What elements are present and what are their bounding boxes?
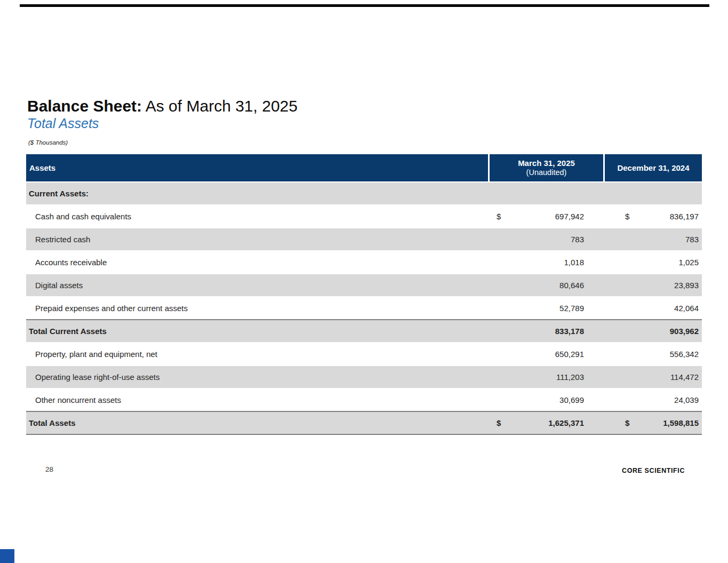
row-label: Property, plant and equipment, net <box>26 343 488 365</box>
value-march-2025: 783 <box>488 228 603 250</box>
table-row: Digital assets80,64623,893 <box>26 273 702 296</box>
value-march-2025: 30,699 <box>488 389 603 411</box>
amount: 52,789 <box>559 304 584 313</box>
amount: 1,625,371 <box>548 418 584 427</box>
value-december-2024: 556,342 <box>603 343 702 365</box>
amount: 23,893 <box>674 281 699 290</box>
page-title: Balance Sheet: As of March 31, 2025 <box>27 97 298 116</box>
dollar-sign: $ <box>625 418 629 427</box>
value-march-2025: $697,942 <box>488 205 603 227</box>
value-december-2024: $836,197 <box>603 205 702 227</box>
column-header-march-2025: March 31, 2025 (Unaudited) <box>488 154 603 181</box>
value-march-2025: 833,178 <box>488 320 603 342</box>
value-march-2025 <box>488 183 603 204</box>
amount: 903,962 <box>670 327 699 336</box>
table-row: Prepaid expenses and other current asset… <box>26 296 702 319</box>
column-header-december-2024: December 31, 2024 <box>603 154 702 181</box>
column-header-assets: Assets <box>26 154 488 181</box>
dollar-sign: $ <box>497 418 501 427</box>
amount: 697,942 <box>555 212 584 221</box>
row-label: Total Assets <box>26 412 488 434</box>
table-row: Operating lease right-of-use assets111,2… <box>26 365 702 388</box>
row-label: Other noncurrent assets <box>26 389 488 411</box>
title-prefix: Balance Sheet: <box>27 97 142 115</box>
table-header-row: Assets March 31, 2025 (Unaudited) Decemb… <box>26 154 702 181</box>
value-december-2024: 903,962 <box>603 320 702 342</box>
column-header-unaudited-note: (Unaudited) <box>490 168 603 177</box>
amount: 24,039 <box>674 395 699 405</box>
amount: 783 <box>685 235 699 244</box>
amount: 783 <box>571 235 584 244</box>
table-row: Restricted cash783783 <box>26 227 702 250</box>
row-label: Accounts receivable <box>26 251 488 273</box>
value-december-2024: 1,025 <box>603 251 702 273</box>
row-label: Restricted cash <box>26 228 488 250</box>
amount: 114,472 <box>670 372 699 382</box>
core-scientific-logo: CORE SCIENTIFIC <box>622 467 678 474</box>
value-december-2024: 24,039 <box>603 389 702 411</box>
table-row: Cash and cash equivalents$697,942$836,19… <box>26 204 702 227</box>
table-row: Total Assets$1,625,371$1,598,815 <box>26 411 702 434</box>
value-march-2025: 111,203 <box>488 366 603 388</box>
amount: 30,699 <box>559 395 584 405</box>
amount: 1,598,815 <box>663 418 699 427</box>
corner-accent-square <box>0 549 14 563</box>
amount: 1,018 <box>564 258 584 267</box>
amount: 1,025 <box>678 258 699 267</box>
table-row: Current Assets: <box>26 181 702 204</box>
amount: 556,342 <box>670 350 699 359</box>
table-row: Accounts receivable1,0181,025 <box>26 250 702 273</box>
value-march-2025: $1,625,371 <box>488 412 603 434</box>
column-header-march-2025-date: March 31, 2025 <box>490 158 603 168</box>
value-december-2024: 23,893 <box>603 274 702 296</box>
value-march-2025: 52,789 <box>488 297 603 319</box>
value-march-2025: 80,646 <box>488 274 603 296</box>
amount: 42,064 <box>674 304 699 313</box>
value-december-2024: 42,064 <box>603 297 702 319</box>
page-subtitle: Total Assets <box>27 115 99 131</box>
top-accent-bar <box>20 4 709 7</box>
amount: 111,203 <box>556 372 584 382</box>
table-row: Other noncurrent assets30,69924,039 <box>26 388 702 411</box>
row-label: Current Assets: <box>26 183 488 204</box>
value-march-2025: 650,291 <box>488 343 603 365</box>
row-label: Digital assets <box>26 274 488 296</box>
table-body: Current Assets:Cash and cash equivalents… <box>26 181 702 435</box>
amount: 80,646 <box>559 281 584 290</box>
table-row: Property, plant and equipment, net650,29… <box>26 342 702 365</box>
amount: 650,291 <box>555 350 584 359</box>
value-december-2024 <box>603 183 702 204</box>
page-number: 28 <box>45 465 53 473</box>
amount: 836,197 <box>670 212 699 221</box>
balance-sheet-slide: Balance Sheet: As of March 31, 2025 Tota… <box>0 0 728 563</box>
units-note: ($ Thousands) <box>28 139 68 146</box>
row-label: Total Current Assets <box>26 320 488 342</box>
value-march-2025: 1,018 <box>488 251 603 273</box>
dollar-sign: $ <box>625 212 629 221</box>
dollar-sign: $ <box>497 212 501 221</box>
row-label: Operating lease right-of-use assets <box>26 366 488 388</box>
value-december-2024: 783 <box>603 228 702 250</box>
balance-sheet-table: Assets March 31, 2025 (Unaudited) Decemb… <box>26 154 702 435</box>
amount: 833,178 <box>555 327 584 336</box>
table-row: Total Current Assets833,178903,962 <box>26 319 702 342</box>
value-december-2024: $1,598,815 <box>603 412 702 434</box>
row-label: Cash and cash equivalents <box>26 205 488 227</box>
title-suffix: As of March 31, 2025 <box>142 97 298 115</box>
value-december-2024: 114,472 <box>603 366 702 388</box>
row-label: Prepaid expenses and other current asset… <box>26 297 488 319</box>
